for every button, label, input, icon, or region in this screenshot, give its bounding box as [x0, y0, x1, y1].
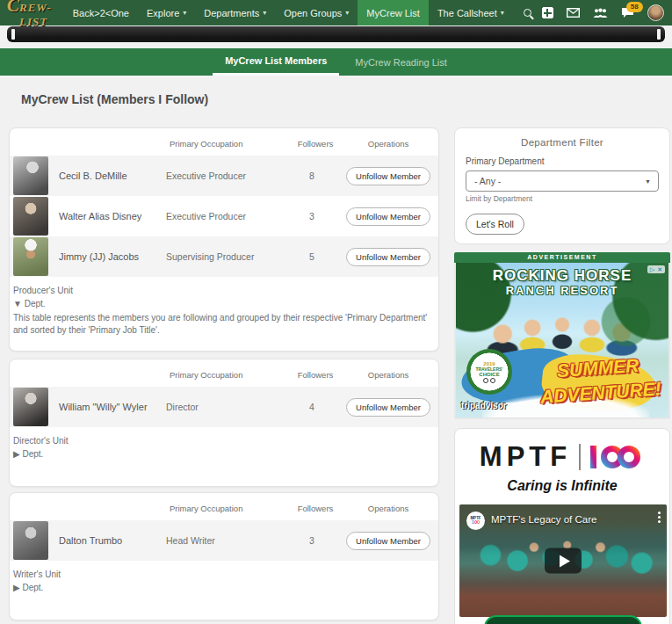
- user-avatar[interactable]: [647, 4, 664, 21]
- kebab-menu-icon[interactable]: [658, 512, 661, 523]
- unit-name: Producer's Unit: [13, 285, 430, 297]
- table-header-row: Primary Occupation Followers Operations: [10, 128, 438, 156]
- table-row: William "Willy" Wyler Director 4 Unfollo…: [10, 387, 438, 427]
- group-footer: Writer's Unit ▶ Dept.: [10, 561, 438, 605]
- tripadvisor-wordmark: tripadvisor: [461, 401, 507, 410]
- member-followers: 4: [285, 402, 338, 412]
- member-avatar[interactable]: [13, 156, 48, 195]
- mptf-tagline: Caring is Infinite: [455, 478, 669, 494]
- column-header-operations: Operations: [342, 504, 435, 513]
- nav-item-explore[interactable]: Explore▾: [138, 0, 195, 25]
- member-followers: 3: [285, 211, 338, 221]
- chevron-down-icon: ▾: [345, 9, 349, 17]
- youtube-video-embed[interactable]: MPTF 100 MPTF's Legacy of Care: [459, 504, 667, 617]
- nav-item-back2one[interactable]: Back>2<One: [64, 0, 138, 25]
- filter-helper-text: Limit by Department: [466, 194, 659, 203]
- dept-expander[interactable]: ▶ Dept.: [13, 448, 430, 461]
- group-card-writers-unit: Primary Occupation Followers Operations …: [9, 492, 439, 620]
- top-navbar: CREW-LIST Back>2<One Explore▾ Department…: [0, 0, 672, 25]
- mptf-cta-button[interactable]: [484, 615, 642, 624]
- groups-button[interactable]: [593, 8, 608, 18]
- mptf-channel-logo[interactable]: MPTF 100: [466, 512, 485, 530]
- column-header-occupation: Primary Occupation: [170, 504, 289, 513]
- mptf-logo: MPTF: [455, 441, 669, 473]
- column-header-followers: Followers: [289, 370, 342, 380]
- group-card-directors-unit: Primary Occupation Followers Operations …: [9, 359, 439, 487]
- page-root: CREW-LIST Back>2<One Explore▾ Department…: [0, 0, 672, 624]
- member-occupation: Executive Producer: [166, 211, 285, 221]
- member-followers: 8: [285, 171, 338, 181]
- group-footer: Director's Unit ▶ Dept.: [10, 427, 438, 471]
- primary-department-select[interactable]: - Any - ▼: [466, 171, 659, 192]
- advertisement-label: ADVERTISEMENT: [454, 252, 670, 263]
- play-button[interactable]: [545, 548, 582, 574]
- notifications-button[interactable]: 58: [621, 7, 634, 18]
- people-icon: [593, 8, 608, 18]
- advertisement-block: ADVERTISEMENT ROCKING HORSE RANCH RESORT…: [454, 252, 670, 419]
- play-icon: [560, 555, 570, 567]
- video-title: MPTF's Legacy of Care: [491, 514, 596, 525]
- unit-name: Writer's Unit: [13, 569, 430, 581]
- search-button[interactable]: [513, 9, 542, 17]
- member-name: Cecil B. DeMille: [59, 171, 166, 181]
- column-header-followers: Followers: [289, 139, 342, 149]
- nav-item-departments[interactable]: Departments▾: [195, 0, 275, 25]
- member-name: Walter Alias Disney: [59, 211, 166, 221]
- nav-menu: Back>2<One Explore▾ Departments▾ Open Gr…: [64, 0, 513, 25]
- dept-expander[interactable]: ▶ Dept.: [13, 582, 430, 594]
- nav-item-the-callsheet[interactable]: The Callsheet▾: [429, 0, 513, 25]
- tab-mycrew-reading-list[interactable]: MyCrew Reading List: [343, 48, 459, 76]
- primary-department-label: Primary Department: [466, 156, 659, 166]
- member-name: William "Willy" Wyler: [59, 402, 166, 412]
- table-row: Dalton Trumbo Head Writer 3 Unfollow Mem…: [10, 520, 438, 561]
- nav-item-mycrew-list[interactable]: MyCrew List: [358, 0, 429, 25]
- ad-headline: ROCKING HORSE: [456, 267, 668, 285]
- table-row: Jimmy (JJ) Jacobs Supervising Producer 5…: [10, 236, 438, 277]
- chevron-down-icon: ▾: [263, 9, 266, 17]
- banner-right-tick: [657, 29, 661, 40]
- table-row: Walter Alias Disney Executive Producer 3…: [10, 196, 438, 236]
- member-name: Jimmy (JJ) Jacobs: [59, 251, 166, 262]
- group-card-producers-unit: Primary Occupation Followers Operations …: [9, 127, 439, 352]
- adchoices-control[interactable]: ▷ ✕: [647, 265, 665, 273]
- logo-text: REW-LIST: [19, 1, 52, 29]
- member-occupation: Head Writer: [166, 535, 285, 546]
- messages-button[interactable]: [567, 8, 580, 18]
- navbar-actions: 58: [542, 4, 672, 21]
- add-content-button[interactable]: [542, 7, 553, 18]
- member-occupation: Supervising Producer: [166, 251, 285, 262]
- unfollow-member-button[interactable]: Unfollow Member: [346, 167, 430, 185]
- unfollow-member-button[interactable]: Unfollow Member: [346, 207, 430, 226]
- adchoices-icon: ▷: [650, 266, 654, 272]
- banner-left-tick: [11, 29, 15, 40]
- mptf-100-infinity-icon: [589, 441, 645, 473]
- member-avatar[interactable]: [13, 388, 48, 426]
- table-header-row: Primary Occupation Followers Operations: [10, 493, 438, 520]
- chevron-down-icon: ▾: [183, 9, 186, 17]
- notification-badge: 58: [626, 2, 643, 12]
- member-avatar[interactable]: [13, 237, 48, 276]
- table-description: This table represents the members you ar…: [13, 312, 430, 337]
- ad-creative[interactable]: ROCKING HORSE RANCH RESORT SUMMER ADVENT…: [454, 263, 670, 419]
- lets-roll-button[interactable]: Let's Roll: [466, 214, 524, 235]
- select-value: - Any -: [474, 176, 501, 186]
- tab-mycrew-list-members[interactable]: MyCrew List Members: [213, 48, 339, 76]
- logo-c-swoosh: C: [7, 0, 19, 15]
- collapsed-banner[interactable]: [7, 26, 665, 42]
- table-header-row: Primary Occupation Followers Operations: [10, 359, 438, 387]
- logo-divider: [579, 444, 581, 470]
- unit-name: Director's Unit: [13, 435, 430, 447]
- dept-expander[interactable]: ▼ Dept.: [13, 298, 430, 310]
- unfollow-member-button[interactable]: Unfollow Member: [346, 532, 430, 550]
- member-avatar[interactable]: [13, 521, 48, 560]
- member-occupation: Executive Producer: [166, 171, 285, 181]
- member-name: Dalton Trumbo: [59, 535, 166, 546]
- page-title: MyCrew List (Members I Follow): [21, 92, 208, 106]
- column-header-occupation: Primary Occupation: [170, 139, 289, 149]
- nav-item-open-groups[interactable]: Open Groups▾: [275, 0, 358, 25]
- unfollow-member-button[interactable]: Unfollow Member: [346, 248, 430, 266]
- crewlist-logo[interactable]: CREW-LIST: [7, 0, 52, 29]
- member-avatar[interactable]: [13, 197, 48, 236]
- unfollow-member-button[interactable]: Unfollow Member: [346, 398, 430, 417]
- mptf-wordmark: MPTF: [480, 441, 571, 473]
